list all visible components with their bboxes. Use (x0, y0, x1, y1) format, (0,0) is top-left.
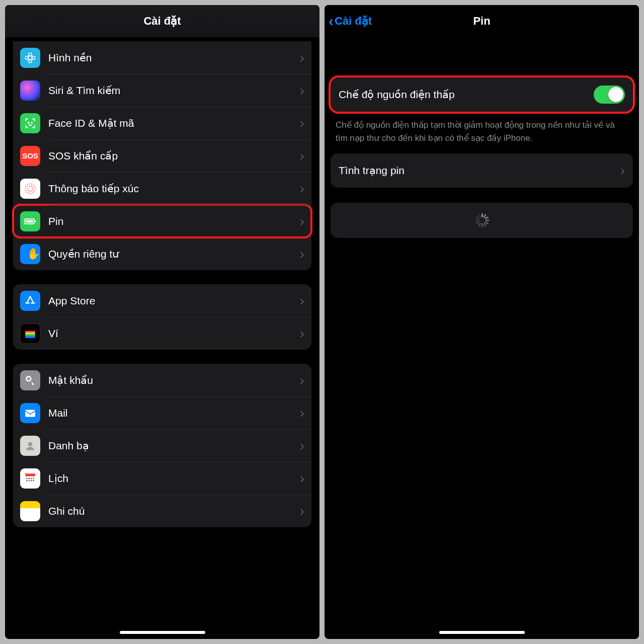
chevron-right-icon: › (300, 470, 304, 487)
svg-rect-20 (26, 477, 27, 478)
svg-rect-10 (26, 220, 33, 222)
row-mail[interactable]: Mail › (13, 396, 311, 429)
mail-icon (20, 403, 40, 423)
svg-rect-23 (33, 477, 34, 478)
page-title: Pin (473, 15, 490, 28)
row-label: Lịch (48, 472, 300, 485)
row-faceid[interactable]: Face ID & Mật mã › (13, 107, 311, 139)
siri-icon (20, 80, 40, 101)
svg-rect-27 (33, 480, 34, 481)
battery-screen: ‹ Cài đặt Pin Chế độ nguồn điện thấp Chế… (325, 5, 639, 639)
spinner-icon (475, 213, 489, 227)
row-label: Ghi chú (48, 505, 300, 517)
contacts-icon (20, 436, 40, 456)
battery-health-row[interactable]: Tình trạng pin › (331, 153, 633, 188)
back-button[interactable]: ‹ Cài đặt (329, 5, 372, 37)
low-power-switch[interactable] (594, 86, 625, 104)
row-exposure[interactable]: Thông báo tiếp xúc › (13, 172, 311, 205)
chevron-right-icon: › (620, 163, 625, 179)
chevron-right-icon: › (300, 438, 304, 454)
row-label: Siri & Tìm kiếm (48, 85, 300, 97)
sos-text: SOS (22, 151, 38, 160)
home-indicator[interactable] (120, 631, 205, 634)
row-battery[interactable]: Pin › (13, 205, 311, 237)
notes-icon (20, 501, 40, 521)
row-contacts[interactable]: Danh bạ › (13, 429, 311, 462)
low-power-row[interactable]: Chế độ nguồn điện thấp (331, 77, 633, 112)
low-power-description: Chế độ nguồn điện thấp tạm thời giảm hoạ… (325, 112, 639, 148)
row-label: Quyền riêng tư (48, 248, 300, 260)
battery-health-label: Tình trạng pin (339, 165, 620, 177)
passwords-icon (20, 370, 40, 390)
battery-content: Chế độ nguồn điện thấp Chế độ nguồn điện… (325, 37, 639, 238)
row-siri[interactable]: Siri & Tìm kiếm › (13, 74, 311, 107)
exposure-icon (20, 179, 40, 199)
svg-rect-22 (31, 477, 32, 478)
svg-point-18 (28, 442, 33, 446)
row-label: Mail (48, 407, 300, 419)
svg-point-16 (26, 376, 31, 381)
row-label: Hình nền (48, 52, 300, 64)
row-label: SOS khẩn cấp (48, 150, 300, 162)
row-label: Pin (48, 215, 300, 227)
svg-rect-17 (25, 410, 35, 417)
settings-group-2: App Store › Ví › (13, 284, 311, 350)
privacy-icon: ✋ (20, 244, 40, 264)
appstore-icon (20, 291, 40, 311)
settings-group-3: Mật khẩu › Mail › Danh bạ › (13, 364, 311, 527)
settings-screen: Cài đặt Hình nền › Siri & Tìm kiếm › Fac… (5, 5, 319, 639)
page-title: Cài đặt (143, 15, 181, 28)
low-power-label: Chế độ nguồn điện thấp (339, 89, 594, 101)
svg-rect-11 (35, 220, 36, 222)
row-label: Thông báo tiếp xúc (48, 183, 300, 195)
row-appstore[interactable]: App Store › (13, 284, 311, 317)
row-notes[interactable]: Ghi chú › (13, 495, 311, 527)
battery-health-card: Tình trạng pin › (331, 153, 633, 188)
svg-rect-26 (31, 480, 32, 481)
row-calendar[interactable]: Lịch › (13, 462, 311, 495)
wallet-icon (20, 324, 40, 344)
battery-icon (20, 211, 40, 231)
usage-loading-card (331, 203, 633, 238)
row-privacy[interactable]: ✋ Quyền riêng tư › (13, 237, 311, 270)
calendar-icon (20, 468, 40, 489)
row-label: Ví (48, 328, 300, 340)
back-label: Cài đặt (335, 15, 372, 28)
svg-rect-21 (29, 477, 30, 478)
home-indicator[interactable] (439, 631, 525, 634)
svg-point-5 (28, 122, 29, 123)
svg-point-7 (28, 186, 33, 191)
row-label: Danh bạ (48, 440, 300, 452)
row-sos[interactable]: SOS SOS khẩn cấp › (13, 139, 311, 172)
svg-point-6 (31, 122, 32, 123)
svg-rect-24 (26, 480, 27, 481)
chevron-right-icon: › (300, 50, 304, 66)
switch-knob (608, 87, 623, 102)
row-label: App Store (48, 295, 300, 307)
row-passwords[interactable]: Mật khẩu › (13, 364, 311, 396)
svg-rect-25 (29, 480, 30, 481)
row-wallet[interactable]: Ví › (13, 317, 311, 350)
nav-header: Cài đặt (5, 5, 319, 37)
svg-rect-15 (25, 336, 35, 338)
chevron-right-icon: › (300, 246, 304, 262)
row-label: Face ID & Mật mã (48, 117, 300, 129)
chevron-left-icon: ‹ (329, 14, 334, 29)
chevron-right-icon: › (300, 503, 304, 519)
nav-header: ‹ Cài đặt Pin (325, 5, 639, 37)
sos-icon: SOS (20, 146, 40, 166)
chevron-right-icon: › (300, 326, 304, 342)
chevron-right-icon: › (300, 213, 304, 229)
row-wallpaper[interactable]: Hình nền › (13, 41, 311, 74)
chevron-right-icon: › (300, 148, 304, 164)
chevron-right-icon: › (300, 293, 304, 309)
chevron-right-icon: › (300, 372, 304, 388)
wallpaper-icon (20, 48, 40, 68)
settings-content: Hình nền › Siri & Tìm kiếm › Face ID & M… (5, 37, 319, 639)
low-power-card: Chế độ nguồn điện thấp (331, 77, 633, 112)
row-label: Mật khẩu (48, 374, 300, 386)
chevron-right-icon: › (300, 405, 304, 421)
chevron-right-icon: › (300, 115, 304, 131)
svg-rect-19 (25, 473, 35, 476)
chevron-right-icon: › (300, 83, 304, 99)
